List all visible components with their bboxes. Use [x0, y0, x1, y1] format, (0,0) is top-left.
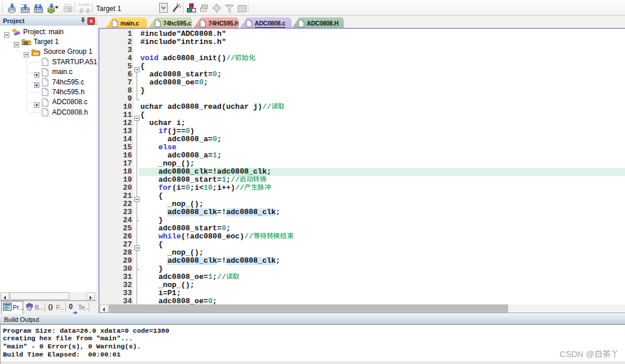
svg-text:?: ? — [28, 307, 31, 311]
